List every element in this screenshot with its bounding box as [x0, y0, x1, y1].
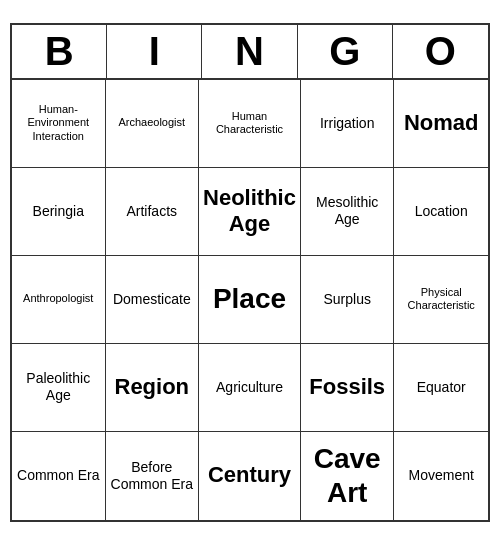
cell-text: Artifacts — [126, 203, 177, 220]
cell-text: Mesolithic Age — [305, 194, 390, 228]
bingo-header: BINGO — [12, 25, 488, 80]
bingo-cell-3[interactable]: Irrigation — [301, 80, 395, 168]
bingo-cell-24[interactable]: Movement — [394, 432, 488, 520]
bingo-cell-13[interactable]: Surplus — [301, 256, 395, 344]
bingo-cell-17[interactable]: Agriculture — [199, 344, 301, 432]
bingo-cell-0[interactable]: Human-Environment Interaction — [12, 80, 106, 168]
bingo-cell-10[interactable]: Anthropologist — [12, 256, 106, 344]
bingo-cell-1[interactable]: Archaeologist — [106, 80, 200, 168]
bingo-cell-8[interactable]: Mesolithic Age — [301, 168, 395, 256]
cell-text: Place — [213, 282, 286, 316]
bingo-grid: Human-Environment InteractionArchaeologi… — [12, 80, 488, 520]
bingo-cell-14[interactable]: Physical Characteristic — [394, 256, 488, 344]
bingo-cell-20[interactable]: Common Era — [12, 432, 106, 520]
cell-text: Beringia — [33, 203, 84, 220]
bingo-cell-6[interactable]: Artifacts — [106, 168, 200, 256]
bingo-cell-15[interactable]: Paleolithic Age — [12, 344, 106, 432]
cell-text: Nomad — [404, 110, 479, 136]
cell-text: Archaeologist — [118, 116, 185, 129]
cell-text: Neolithic Age — [203, 185, 296, 238]
cell-text: Century — [208, 462, 291, 488]
header-letter-i: I — [107, 25, 202, 78]
bingo-cell-2[interactable]: Human Characteristic — [199, 80, 301, 168]
cell-text: Location — [415, 203, 468, 220]
bingo-cell-9[interactable]: Location — [394, 168, 488, 256]
header-letter-g: G — [298, 25, 393, 78]
bingo-cell-16[interactable]: Region — [106, 344, 200, 432]
cell-text: Agriculture — [216, 379, 283, 396]
header-letter-n: N — [202, 25, 297, 78]
cell-text: Equator — [417, 379, 466, 396]
bingo-cell-7[interactable]: Neolithic Age — [199, 168, 301, 256]
bingo-cell-18[interactable]: Fossils — [301, 344, 395, 432]
header-letter-b: B — [12, 25, 107, 78]
bingo-card: BINGO Human-Environment InteractionArcha… — [10, 23, 490, 522]
header-letter-o: O — [393, 25, 488, 78]
bingo-cell-21[interactable]: Before Common Era — [106, 432, 200, 520]
cell-text: Cave Art — [305, 442, 390, 509]
bingo-cell-23[interactable]: Cave Art — [301, 432, 395, 520]
bingo-cell-11[interactable]: Domesticate — [106, 256, 200, 344]
bingo-cell-4[interactable]: Nomad — [394, 80, 488, 168]
cell-text: Fossils — [309, 374, 385, 400]
cell-text: Region — [115, 374, 190, 400]
cell-text: Common Era — [17, 467, 99, 484]
cell-text: Before Common Era — [110, 459, 195, 493]
cell-text: Anthropologist — [23, 292, 93, 305]
cell-text: Movement — [409, 467, 474, 484]
cell-text: Human Characteristic — [203, 110, 296, 136]
bingo-cell-12[interactable]: Place — [199, 256, 301, 344]
cell-text: Paleolithic Age — [16, 370, 101, 404]
cell-text: Surplus — [323, 291, 370, 308]
cell-text: Domesticate — [113, 291, 191, 308]
bingo-cell-22[interactable]: Century — [199, 432, 301, 520]
cell-text: Human-Environment Interaction — [16, 103, 101, 143]
bingo-cell-5[interactable]: Beringia — [12, 168, 106, 256]
cell-text: Irrigation — [320, 115, 374, 132]
bingo-cell-19[interactable]: Equator — [394, 344, 488, 432]
cell-text: Physical Characteristic — [398, 286, 484, 312]
